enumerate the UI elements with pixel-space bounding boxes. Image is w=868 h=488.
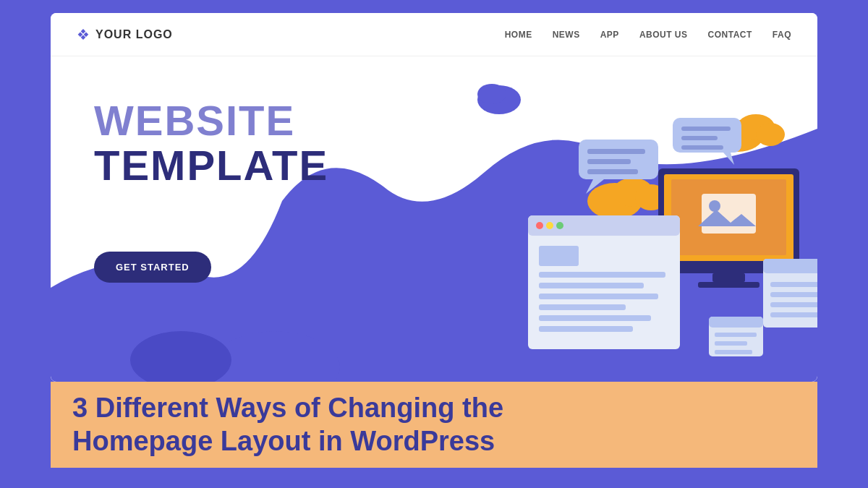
svg-rect-41	[763, 259, 817, 273]
svg-point-31	[546, 222, 553, 229]
bottom-title-line1: 3 Different Ways of Changing the Homepag…	[72, 392, 796, 458]
svg-rect-22	[712, 273, 745, 282]
svg-point-9	[756, 123, 785, 146]
svg-point-32	[556, 222, 563, 229]
nav-about[interactable]: ABOUT US	[639, 30, 688, 40]
svg-rect-37	[539, 304, 626, 310]
svg-marker-16	[723, 153, 734, 165]
hero-title-line2: TEMPLATE	[94, 145, 328, 187]
svg-rect-17	[681, 127, 731, 131]
svg-rect-39	[539, 326, 633, 332]
hero-section: WEBSITE TEMPLATE GET STARTED	[51, 56, 817, 382]
svg-rect-19	[681, 145, 723, 150]
svg-rect-12	[587, 149, 645, 154]
logo-icon: ❖	[77, 26, 90, 43]
svg-rect-34	[539, 272, 665, 278]
svg-rect-42	[770, 282, 817, 287]
svg-rect-45	[770, 312, 817, 317]
nav-links: HOME NEWS APP ABOUT US CONTACT FAQ	[505, 30, 791, 40]
hero-illustration	[354, 56, 817, 382]
svg-rect-44	[770, 302, 817, 307]
hero-text: WEBSITE TEMPLATE GET STARTED	[94, 100, 328, 283]
nav-home[interactable]: HOME	[505, 30, 532, 40]
nav-faq[interactable]: FAQ	[773, 30, 791, 40]
navbar: ❖ YOUR LOGO HOME NEWS APP ABOUT US CONTA…	[51, 13, 817, 56]
nav-contact[interactable]: CONTACT	[708, 30, 752, 40]
svg-rect-25	[702, 194, 756, 234]
svg-rect-49	[715, 341, 747, 346]
outer-wrapper: ❖ YOUR LOGO HOME NEWS APP ABOUT US CONTA…	[0, 0, 868, 488]
website-card: ❖ YOUR LOGO HOME NEWS APP ABOUT US CONTA…	[51, 13, 817, 382]
svg-rect-35	[539, 283, 644, 288]
svg-rect-47	[709, 317, 763, 328]
svg-rect-38	[539, 315, 651, 321]
logo-text: YOUR LOGO	[95, 28, 173, 41]
svg-rect-43	[770, 292, 817, 297]
svg-rect-23	[698, 282, 760, 288]
svg-rect-36	[539, 294, 658, 299]
svg-rect-14	[587, 169, 638, 174]
hero-title-line1: WEBSITE	[94, 100, 328, 142]
nav-news[interactable]: NEWS	[553, 30, 580, 40]
svg-point-26	[709, 200, 720, 212]
svg-rect-48	[715, 333, 757, 337]
svg-rect-13	[587, 159, 631, 164]
get-started-button[interactable]: GET STARTED	[94, 252, 211, 283]
svg-rect-18	[681, 136, 718, 140]
svg-rect-33	[539, 246, 579, 266]
svg-point-30	[536, 222, 543, 229]
nav-app[interactable]: APP	[600, 30, 619, 40]
logo-area: ❖ YOUR LOGO	[77, 26, 173, 43]
bottom-banner: 3 Different Ways of Changing the Homepag…	[51, 382, 817, 468]
svg-rect-50	[715, 350, 752, 354]
